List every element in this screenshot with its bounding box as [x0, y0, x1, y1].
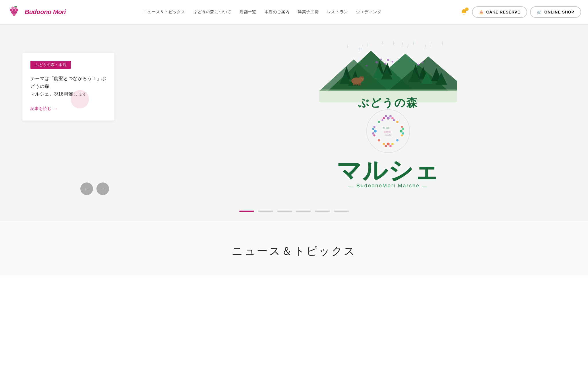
svg-line-11 [408, 44, 408, 48]
svg-rect-45 [355, 83, 357, 85]
svg-line-12 [413, 41, 414, 45]
read-more-link[interactable]: 記事を読む → [30, 106, 106, 111]
svg-point-61 [383, 117, 385, 119]
slider-dot-5[interactable] [315, 211, 330, 212]
svg-point-74 [391, 143, 394, 145]
svg-point-67 [402, 132, 404, 135]
forest-container: ぶどうの森 [305, 39, 471, 206]
svg-point-4 [16, 9, 18, 11]
cart-icon: 🛒 [537, 10, 542, 14]
svg-point-59 [385, 115, 387, 117]
svg-text:marché: marché [385, 134, 391, 136]
svg-point-43 [362, 76, 364, 79]
svg-rect-47 [359, 83, 361, 85]
slider-dot-2[interactable] [258, 211, 273, 212]
nav-wedding[interactable]: ウエディング [356, 9, 381, 15]
slider-next-button[interactable]: → [96, 182, 109, 195]
slider-dot-1[interactable] [239, 211, 254, 212]
news-badge: ぶどうの森・本店 [30, 61, 71, 69]
svg-line-19 [402, 43, 403, 47]
logo-area: Budoono Mori [7, 4, 66, 20]
svg-point-81 [378, 121, 380, 123]
svg-point-3 [10, 9, 13, 11]
prev-arrow-icon: ← [84, 186, 89, 192]
slider-dot-3[interactable] [277, 211, 292, 212]
svg-line-16 [393, 41, 394, 45]
hero-illustration: ぶどうの森 [188, 24, 588, 221]
svg-point-64 [393, 119, 395, 121]
svg-point-78 [373, 135, 375, 137]
svg-line-15 [347, 44, 348, 48]
svg-point-76 [372, 128, 374, 130]
svg-rect-46 [358, 83, 359, 85]
svg-point-73 [383, 143, 385, 145]
svg-point-77 [372, 132, 374, 135]
svg-point-50 [384, 63, 386, 65]
marche-subtitle-text: — BudoonoMori Marché — [348, 183, 428, 189]
cake-reserve-label: CAKE RESERVE [486, 10, 521, 14]
svg-point-66 [402, 128, 404, 130]
cake-reserve-button[interactable]: 🎂 CAKE RESERVE [472, 6, 527, 18]
logo-text: Budoono Mori [25, 8, 66, 16]
slider-dots [239, 211, 349, 212]
svg-point-51 [387, 59, 389, 61]
nav-stores[interactable]: 店舗一覧 [239, 9, 256, 15]
news-title: テーマは「能登とつながろう！」ぶどうの森マルシェ、3/16開催します [30, 75, 106, 98]
svg-point-49 [380, 59, 382, 60]
svg-point-8 [463, 14, 464, 15]
nav-about[interactable]: ぶどうの森について [194, 9, 231, 15]
svg-point-69 [401, 126, 403, 128]
svg-point-80 [396, 121, 399, 123]
svg-line-17 [425, 45, 425, 49]
cake-icon: 🎂 [479, 10, 484, 14]
nav-patisserie[interactable]: 洋菓子工房 [298, 9, 319, 15]
news-card: ぶどうの森・本店 テーマは「能登とつながろう！」ぶどうの森マルシェ、3/16開催… [22, 53, 114, 120]
svg-point-52 [392, 61, 393, 63]
svg-point-55 [366, 65, 368, 67]
svg-point-48 [376, 61, 378, 63]
notification-bell[interactable] [459, 7, 469, 17]
svg-point-58 [387, 117, 390, 120]
svg-point-82 [396, 139, 399, 141]
nav-news[interactable]: ニュース＆トピックス [143, 9, 185, 15]
news-section: ニュース＆トピックス [0, 221, 588, 276]
svg-point-70 [387, 143, 390, 145]
svg-point-63 [381, 119, 383, 121]
svg-line-20 [442, 42, 443, 46]
online-shop-button[interactable]: 🛒 ONLINE SHOP [530, 6, 581, 18]
read-more-circle [71, 90, 89, 108]
svg-text:gâteau: gâteau [384, 131, 391, 133]
header-actions: 🎂 CAKE RESERVE 🛒 ONLINE SHOP [459, 6, 581, 18]
hero-section: ぶどうの森・本店 テーマは「能登とつながろう！」ぶどうの森マルシェ、3/16開催… [0, 24, 588, 221]
slider-dot-6[interactable] [334, 211, 349, 212]
bell-badge [465, 7, 469, 11]
svg-point-83 [378, 139, 380, 141]
svg-rect-44 [353, 83, 355, 85]
svg-point-60 [389, 115, 392, 117]
svg-line-18 [359, 48, 359, 52]
svg-point-72 [389, 145, 392, 147]
header: Budoono Mori ニュース＆トピックス ぶどうの森について 店舗一覧 本… [0, 0, 588, 24]
nav-restaurant[interactable]: レストラン [327, 9, 348, 15]
svg-line-13 [382, 42, 382, 46]
svg-point-42 [360, 76, 362, 78]
online-shop-label: ONLINE SHOP [544, 10, 574, 14]
marche-circle-logo: le lait gâteau marché [365, 108, 411, 154]
svg-point-62 [391, 117, 394, 119]
slider-prev-button[interactable]: ← [80, 182, 93, 195]
arrow-right-icon: → [54, 106, 58, 111]
svg-line-10 [368, 42, 368, 46]
svg-point-71 [385, 145, 387, 147]
nav-main-store[interactable]: 本店のご案内 [264, 9, 290, 15]
slider-dot-4[interactable] [296, 211, 311, 212]
svg-point-79 [373, 126, 375, 128]
svg-point-54 [422, 61, 423, 63]
next-arrow-icon: → [100, 186, 105, 192]
svg-point-75 [374, 130, 377, 133]
logo-icon [7, 4, 22, 20]
svg-point-5 [13, 13, 16, 16]
svg-point-6 [11, 7, 14, 9]
svg-line-9 [362, 45, 362, 49]
svg-point-68 [401, 135, 403, 137]
svg-line-14 [431, 42, 431, 46]
